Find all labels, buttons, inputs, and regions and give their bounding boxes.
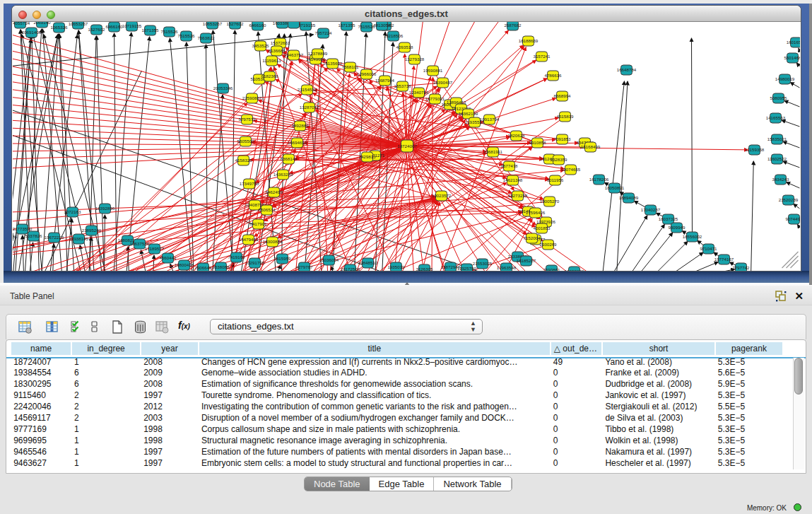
svg-text:14055724: 14055724 <box>13 22 30 25</box>
svg-text:16648784: 16648784 <box>616 67 636 72</box>
svg-text:3434243: 3434243 <box>772 177 789 182</box>
svg-text:23154532: 23154532 <box>297 87 317 92</box>
svg-text:5605500: 5605500 <box>237 139 254 144</box>
svg-text:18037325: 18037325 <box>658 216 678 221</box>
svg-text:11159613: 11159613 <box>262 58 281 63</box>
svg-text:17189577: 17189577 <box>144 246 164 251</box>
svg-text:10653267: 10653267 <box>68 22 88 26</box>
svg-text:11938145: 11938145 <box>69 236 88 241</box>
svg-text:6466160: 6466160 <box>105 24 123 29</box>
svg-text:1671355: 1671355 <box>338 23 355 28</box>
svg-text:11602522: 11602522 <box>767 156 787 161</box>
svg-text:3126305: 3126305 <box>416 267 433 271</box>
svg-text:11925780: 11925780 <box>457 266 476 271</box>
svg-text:22590867: 22590867 <box>242 95 261 100</box>
svg-text:7152004: 7152004 <box>523 235 541 240</box>
svg-text:19218506: 19218506 <box>383 33 403 38</box>
svg-text:17963548: 17963548 <box>496 265 516 270</box>
svg-text:2415959: 2415959 <box>273 256 291 261</box>
svg-text:1671355: 1671355 <box>141 28 159 33</box>
svg-text:18556002: 18556002 <box>682 234 702 239</box>
svg-text:1653738: 1653738 <box>394 83 411 88</box>
svg-text:19637536: 19637536 <box>129 241 149 246</box>
svg-text:18273238: 18273238 <box>507 193 527 198</box>
svg-text:21553025: 21553025 <box>472 261 492 266</box>
svg-text:10913794: 10913794 <box>479 117 499 122</box>
svg-text:19590841: 19590841 <box>423 68 442 73</box>
svg-text:17596426: 17596426 <box>525 210 545 215</box>
svg-text:9074496: 9074496 <box>785 216 800 221</box>
svg-text:17349758: 17349758 <box>239 181 259 186</box>
svg-text:19672223: 19672223 <box>44 235 64 240</box>
svg-text:1527602: 1527602 <box>88 27 105 32</box>
svg-text:16172506: 16172506 <box>340 267 360 271</box>
svg-text:4279787: 4279787 <box>295 264 313 269</box>
svg-text:5080955: 5080955 <box>770 95 787 100</box>
svg-text:7690861: 7690861 <box>543 267 560 271</box>
svg-text:18362199: 18362199 <box>458 111 478 116</box>
svg-text:2069140: 2069140 <box>33 22 51 25</box>
svg-text:23520239: 23520239 <box>778 197 798 202</box>
svg-text:5601468: 5601468 <box>784 55 800 60</box>
svg-text:6011956: 6011956 <box>546 177 563 182</box>
svg-text:18724007: 18724007 <box>397 144 417 148</box>
svg-text:15835021: 15835021 <box>767 136 787 141</box>
svg-text:15779321: 15779321 <box>425 96 445 101</box>
svg-text:8368144: 8368144 <box>280 156 298 161</box>
svg-text:23895241: 23895241 <box>81 228 101 233</box>
svg-text:19005270: 19005270 <box>539 199 559 204</box>
svg-text:9910858: 9910858 <box>529 140 546 145</box>
svg-text:18894089: 18894089 <box>618 195 638 200</box>
svg-text:1935019: 1935019 <box>387 264 405 269</box>
svg-text:18188669: 18188669 <box>518 38 538 43</box>
svg-text:3157241: 3157241 <box>533 54 551 59</box>
svg-text:7515526: 7515526 <box>358 24 375 29</box>
svg-text:6466160: 6466160 <box>249 23 266 28</box>
svg-text:2328359: 2328359 <box>550 157 567 162</box>
svg-text:23463757: 23463757 <box>283 52 303 57</box>
svg-text:9309949: 9309949 <box>668 225 686 230</box>
svg-text:18185287: 18185287 <box>516 258 536 263</box>
svg-text:13279328: 13279328 <box>404 57 424 62</box>
svg-text:18036054: 18036054 <box>319 257 339 262</box>
svg-text:4093518: 4093518 <box>396 45 413 49</box>
svg-text:9338085: 9338085 <box>212 264 230 269</box>
svg-text:7797742: 7797742 <box>732 265 750 270</box>
svg-text:14363283: 14363283 <box>273 172 293 177</box>
svg-text:3820628: 3820628 <box>507 133 525 138</box>
svg-text:16178206: 16178206 <box>589 177 608 182</box>
svg-text:13287072: 13287072 <box>299 105 319 110</box>
svg-text:6182368: 6182368 <box>261 74 278 78</box>
svg-text:20053346: 20053346 <box>213 86 233 90</box>
svg-text:15372661: 15372661 <box>270 40 290 45</box>
svg-text:12340716: 12340716 <box>408 90 428 95</box>
svg-text:2906649: 2906649 <box>194 265 212 270</box>
svg-text:23681911: 23681911 <box>483 149 502 154</box>
svg-text:8136685: 8136685 <box>268 48 286 53</box>
svg-text:2687682: 2687682 <box>504 23 522 28</box>
svg-text:4560441: 4560441 <box>159 255 177 260</box>
svg-text:19848510: 19848510 <box>358 260 377 265</box>
svg-text:4786616: 4786616 <box>544 73 562 78</box>
svg-text:6417901: 6417901 <box>249 221 267 226</box>
svg-text:10653267: 10653267 <box>202 22 222 26</box>
svg-text:18300834: 18300834 <box>262 239 282 244</box>
svg-text:7515526: 7515526 <box>160 29 178 34</box>
svg-text:9710471: 9710471 <box>700 246 717 251</box>
svg-text:16016555: 16016555 <box>786 40 799 45</box>
svg-text:17040237: 17040237 <box>640 207 660 212</box>
svg-text:15168499: 15168499 <box>580 144 600 149</box>
svg-text:10023572: 10023572 <box>431 193 451 198</box>
svg-text:14165563: 14165563 <box>765 115 785 120</box>
svg-text:4158325: 4158325 <box>235 158 252 163</box>
svg-text:6462499: 6462499 <box>265 189 283 194</box>
svg-text:21773590: 21773590 <box>13 226 33 231</box>
svg-text:7419168: 7419168 <box>228 255 245 259</box>
svg-text:16694610: 16694610 <box>287 140 307 145</box>
svg-text:11687944: 11687944 <box>375 78 394 83</box>
svg-text:9677478: 9677478 <box>500 163 518 168</box>
svg-text:16887786: 16887786 <box>13 234 18 239</box>
svg-text:7091853: 7091853 <box>553 136 571 141</box>
svg-text:14621348: 14621348 <box>502 177 522 182</box>
svg-text:10719155: 10719155 <box>122 23 141 28</box>
